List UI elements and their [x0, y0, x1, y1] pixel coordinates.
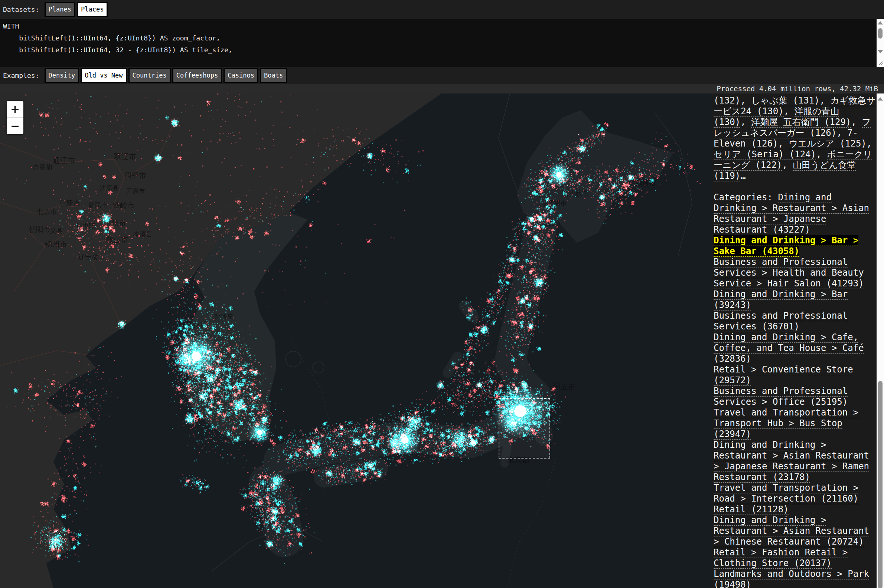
scroll-down-icon[interactable] — [878, 50, 883, 53]
brand-link[interactable]: (132) — [714, 95, 740, 106]
category-link[interactable]: Retail (21128) — [714, 504, 789, 515]
scroll-up-icon[interactable] — [878, 21, 883, 24]
category-link[interactable]: Retail > Fashion Retail > Clothing Store… — [714, 547, 848, 569]
status-text: Processed 4.04 million rows, 42.32 MiB — [717, 85, 878, 93]
dataset-button-places[interactable]: Places — [77, 2, 108, 17]
category-link[interactable]: Business and Professional Services > Hea… — [714, 257, 864, 289]
status-bar: Processed 4.04 million rows, 42.32 MiB — [0, 84, 884, 93]
category-link[interactable]: Dining and Drinking > Bar > Sake Bar (43… — [714, 235, 858, 257]
brand-link[interactable]: 洋麺屋 五右衛門 (129) — [751, 117, 851, 128]
category-link[interactable]: Dining and Drinking > Cafe, Coffee, and … — [714, 332, 864, 364]
resize-grip-icon[interactable] — [876, 56, 884, 67]
datasets-label: Datasets: — [3, 6, 39, 14]
query-text[interactable]: WITH bitShiftLeft(1::UInt64, {z:UInt8}) … — [3, 20, 875, 67]
example-button-old-vs-new[interactable]: Old vs New — [81, 68, 126, 83]
category-row: Dining and Drinking > Bar (39243) — [714, 289, 876, 310]
category-row: Travel and Transportation > Transport Hu… — [714, 407, 876, 440]
map-zoom-control: + − — [7, 101, 23, 134]
datasets-bar: Datasets: PlanesPlaces — [0, 0, 884, 19]
map-selection-rect — [499, 398, 550, 459]
categories-label: Categories: — [714, 192, 778, 202]
category-row: Dining and Drinking > Restaurant > Asian… — [714, 440, 876, 483]
category-link[interactable]: Dining and Drinking > Restaurant > Asian… — [714, 440, 869, 483]
category-link[interactable]: Business and Professional Services (3670… — [714, 310, 848, 332]
map[interactable]: + − — [0, 93, 712, 588]
category-link[interactable]: Travel and Transportation > Road > Inter… — [714, 483, 858, 504]
app: Datasets: PlanesPlaces WITH bitShiftLeft… — [0, 0, 884, 588]
brand-link[interactable]: セリア (Seria) (124) — [714, 149, 816, 160]
category-link[interactable]: Landmarks and Outdoors > Park (19498) — [714, 569, 869, 588]
brand-link[interactable]: ウエルシア (125) — [789, 138, 866, 149]
category-link[interactable]: Dining and Drinking > Restaurant > Asian… — [714, 515, 869, 547]
category-row: Dining and Drinking > Bar > Sake Bar (43… — [714, 235, 876, 257]
dataset-button-planes[interactable]: Planes — [45, 2, 75, 17]
example-button-casinos[interactable]: Casinos — [224, 68, 259, 83]
example-button-density[interactable]: Density — [45, 68, 80, 83]
example-button-boats[interactable]: Boats — [260, 68, 287, 83]
categories-list: Categories: Dining and Drinking > Restau… — [714, 192, 876, 588]
category-row: Business and Professional Services (3670… — [714, 310, 876, 332]
category-row: Retail (21128) — [714, 504, 876, 515]
brand-link[interactable]: しゃぶ葉 (131) — [751, 95, 819, 106]
examples-label: Examples: — [3, 72, 39, 80]
example-button-coffeeshops[interactable]: Coffeeshops — [172, 68, 223, 83]
category-row: Dining and Drinking > Cafe, Coffee, and … — [714, 332, 876, 364]
category-link[interactable]: Retail > Convenience Store (29572) — [714, 364, 853, 386]
editor-scrollbar-thumb[interactable] — [878, 28, 882, 39]
brands-list: (132), しゃぶ葉 (131), カギ救急サービス24 (130), 洋服の… — [714, 95, 876, 182]
query-editor[interactable]: WITH bitShiftLeft(1::UInt64, {z:UInt8}) … — [0, 19, 884, 67]
category-link[interactable]: Travel and Transportation > Transport Hu… — [714, 407, 858, 440]
examples-bar: Examples: DensityOld vs NewCountriesCoff… — [0, 67, 884, 84]
category-link[interactable]: Dining and Drinking > Bar (39243) — [714, 289, 848, 310]
category-row: Business and Professional Services > Hea… — [714, 257, 876, 289]
category-row: Retail > Fashion Retail > Clothing Store… — [714, 547, 876, 569]
category-row: Travel and Transportation > Road > Inter… — [714, 483, 876, 504]
category-row: Retail > Convenience Store (29572) — [714, 364, 876, 386]
editor-scrollbar[interactable] — [876, 19, 884, 56]
map-canvas[interactable] — [0, 93, 712, 588]
category-row: Landmarks and Outdoors > Park (19498) — [714, 569, 876, 588]
category-link[interactable]: Business and Professional Services > Off… — [714, 386, 848, 407]
sidebar-scrollbar[interactable] — [876, 93, 884, 588]
zoom-in-button[interactable]: + — [7, 101, 23, 118]
content: + − (132), しゃぶ葉 (131), カギ救急サービス24 (130),… — [0, 93, 884, 588]
example-button-countries[interactable]: Countries — [128, 68, 171, 83]
results-panel: (132), しゃぶ葉 (131), カギ救急サービス24 (130), 洋服の… — [712, 93, 876, 588]
category-row: Business and Professional Services > Off… — [714, 386, 876, 407]
dataset-button-group: PlanesPlaces — [45, 2, 110, 17]
example-button-group: DensityOld vs NewCountriesCoffeeshopsCas… — [45, 68, 289, 83]
category-row: Dining and Drinking > Restaurant > Asian… — [714, 515, 876, 547]
sidebar-scrollbar-thumb[interactable] — [878, 381, 882, 588]
zoom-out-button[interactable]: − — [7, 118, 23, 134]
category-row: Categories: Dining and Drinking > Restau… — [714, 192, 876, 235]
scroll-up-icon[interactable] — [878, 97, 883, 100]
